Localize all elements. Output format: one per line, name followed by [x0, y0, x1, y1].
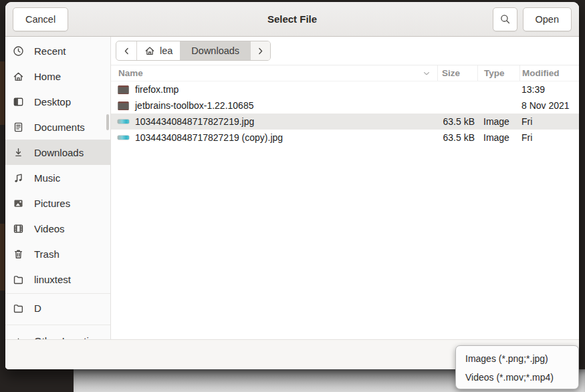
- header-actions: Open: [493, 7, 572, 31]
- search-icon: [499, 13, 511, 25]
- desktop-icon: [13, 96, 24, 108]
- sidebar-item-label: Music: [34, 172, 60, 184]
- sidebar-item-pictures[interactable]: Pictures: [5, 190, 110, 216]
- file-size-cell: 63.5 kB: [437, 132, 477, 143]
- column-header-label: Type: [484, 68, 505, 78]
- sidebar-item-label: Pictures: [34, 198, 70, 209]
- filter-popup: Images (*.png;*.jpg)Videos (*.mov;*.mp4): [455, 345, 579, 389]
- sidebar-item-label: Videos: [34, 223, 65, 234]
- home-icon: [144, 45, 155, 56]
- sidebar-item-documents[interactable]: Documents: [5, 114, 110, 140]
- sidebar-separator: [5, 293, 110, 294]
- sidebar-item-trash[interactable]: Trash: [5, 241, 110, 266]
- path-segment-downloads[interactable]: Downloads: [180, 41, 251, 60]
- file-size-cell: 63.5 kB: [437, 116, 477, 127]
- file-row[interactable]: firefox.tmp13:39: [111, 81, 579, 97]
- file-list: firefox.tmp13:39jetbrains-toolbox-1.22.1…: [111, 81, 579, 369]
- cancel-button[interactable]: Cancel: [13, 7, 68, 31]
- file-row[interactable]: jetbrains-toolbox-1.22.106858 Nov 2021: [111, 97, 579, 114]
- background-artifact: [0, 61, 5, 125]
- screen: { "window": { "title": "Select File" }, …: [0, 0, 585, 392]
- file-row[interactable]: 10344340848717827219.jpg63.5 kBImageFri: [111, 114, 579, 130]
- file-type-cell: Image: [477, 116, 519, 127]
- folder-icon: [118, 101, 129, 111]
- breadcrumb: lea Downloads: [116, 41, 271, 61]
- sidebar-item-desktop[interactable]: Desktop: [5, 89, 110, 114]
- sidebar-item-d[interactable]: D: [5, 295, 110, 321]
- pathbar-strip: lea Downloads: [111, 37, 579, 65]
- sidebar-item-label: Desktop: [34, 96, 71, 108]
- sidebar-item-linuxtest[interactable]: linuxtest: [5, 266, 110, 292]
- image-thumbnail-icon: [118, 117, 129, 127]
- list-header: NameSizeTypeModified: [111, 65, 579, 81]
- sidebar-item-label: D: [34, 303, 41, 314]
- folder-icon: [13, 303, 24, 314]
- column-header-modified[interactable]: Modified: [519, 65, 579, 81]
- file-modified-cell: 13:39: [519, 84, 579, 95]
- document-icon: [13, 122, 24, 133]
- sidebar-item-videos[interactable]: Videos: [5, 216, 110, 241]
- sidebar-item-label: Documents: [34, 122, 85, 133]
- file-name-label: firefox.tmp: [135, 84, 179, 95]
- column-header-label: Modified: [522, 68, 560, 78]
- file-name-label: 10344340848717827219 (copy).jpg: [135, 132, 283, 143]
- chevron-down-icon: [422, 69, 431, 78]
- chevron-left-icon: [121, 45, 132, 57]
- film-icon: [13, 223, 24, 234]
- path-segment-home[interactable]: lea: [136, 41, 180, 60]
- file-modified-cell: Fri: [519, 116, 579, 127]
- header-bar: Cancel Select File Open: [5, 2, 579, 37]
- path-forward-button[interactable]: [251, 41, 270, 60]
- folder-icon: [13, 274, 24, 285]
- column-header-size[interactable]: Size: [437, 65, 477, 81]
- download-icon: [13, 147, 24, 158]
- sidebar-item-home[interactable]: Home: [5, 63, 110, 89]
- sidebar-separator: [5, 325, 110, 325]
- search-button[interactable]: [493, 7, 517, 31]
- file-name-label: jetbrains-toolbox-1.22.10685: [135, 100, 253, 111]
- sidebar-item-label: linuxtest: [34, 274, 71, 285]
- background-artifact: [0, 224, 5, 290]
- path-home-label: lea: [160, 45, 172, 56]
- folder-icon: [118, 85, 129, 95]
- column-header-name[interactable]: Name: [111, 65, 437, 81]
- open-button[interactable]: Open: [523, 7, 572, 31]
- file-name-cell: 10344340848717827219 (copy).jpg: [111, 132, 437, 143]
- file-chooser-dialog: Cancel Select File Open RecentHomeDeskto…: [5, 2, 579, 369]
- file-name-cell: 10344340848717827219.jpg: [111, 116, 437, 127]
- sidebar-item-music[interactable]: Music: [5, 165, 110, 190]
- path-back-button[interactable]: [116, 41, 136, 60]
- sidebar-item-downloads[interactable]: Downloads: [5, 140, 110, 165]
- filter-option-images[interactable]: Images (*.png;*.jpg): [456, 349, 578, 368]
- sidebar-scrollbar-thumb[interactable]: [106, 114, 109, 130]
- column-header-type[interactable]: Type: [477, 65, 519, 81]
- file-modified-cell: 8 Nov 2021: [519, 100, 579, 111]
- home-icon: [13, 71, 24, 82]
- image-thumbnail-icon: [118, 133, 129, 143]
- sidebar-item-label: Trash: [34, 248, 60, 260]
- sidebar: RecentHomeDesktopDocumentsDownloadsMusic…: [5, 37, 111, 369]
- trash-icon: [13, 248, 24, 260]
- file-name-cell: firefox.tmp: [111, 84, 437, 95]
- file-name-label: 10344340848717827219.jpg: [135, 116, 254, 127]
- music-note-icon: [13, 172, 24, 184]
- picture-icon: [13, 198, 24, 209]
- sidebar-item-label: Downloads: [34, 147, 84, 158]
- column-header-label: Name: [118, 68, 143, 78]
- filter-option-videos[interactable]: Videos (*.mov;*.mp4): [456, 368, 578, 387]
- file-type-cell: Image: [477, 132, 519, 143]
- sidebar-item-label: Recent: [34, 45, 66, 57]
- dialog-body: RecentHomeDesktopDocumentsDownloadsMusic…: [5, 37, 579, 369]
- file-modified-cell: Fri: [519, 132, 579, 143]
- file-name-cell: jetbrains-toolbox-1.22.10685: [111, 100, 437, 111]
- file-row[interactable]: 10344340848717827219 (copy).jpg63.5 kBIm…: [111, 130, 579, 146]
- clock-icon: [13, 45, 24, 57]
- sidebar-item-label: Home: [34, 71, 61, 82]
- main-pane: lea Downloads NameSizeTypeModified firef…: [111, 37, 579, 369]
- chevron-right-icon: [255, 45, 266, 57]
- column-header-label: Size: [442, 68, 460, 78]
- sidebar-item-recent[interactable]: Recent: [5, 38, 110, 63]
